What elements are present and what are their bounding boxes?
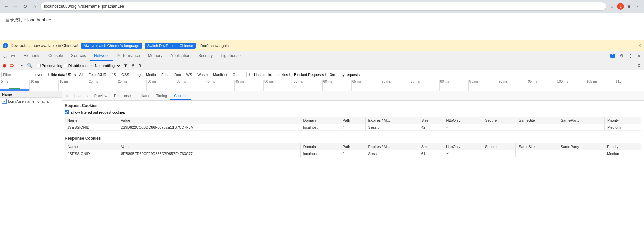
preserve-log-label[interactable]: Preserve log xyxy=(37,64,62,68)
home-button[interactable]: ⌂ xyxy=(31,3,38,10)
res-cookie-name: JSESSIONID xyxy=(65,150,118,157)
tab-performance[interactable]: Performance xyxy=(113,51,144,61)
devtools-close-button[interactable]: × xyxy=(635,52,643,60)
request-item[interactable]: ■ login?username=jonatha... xyxy=(0,98,62,105)
tab-network[interactable]: Network xyxy=(90,51,113,61)
tick-105ms: 105 ms xyxy=(586,80,615,91)
filter-fetch-xhr[interactable]: Fetch/XHR xyxy=(86,72,108,77)
filter-other[interactable]: Other xyxy=(231,72,244,77)
hide-data-urls-checkbox[interactable] xyxy=(45,73,49,76)
detail-tab-initiator[interactable]: Initiator xyxy=(134,92,153,100)
filter-manifest[interactable]: Manifest xyxy=(211,72,229,77)
filter-all[interactable]: All xyxy=(77,72,85,77)
tab-application[interactable]: Application xyxy=(166,51,194,61)
wifi-icon[interactable]: ⎘ xyxy=(130,63,136,69)
detail-tab-preview[interactable]: Preview xyxy=(91,92,111,100)
rcol-domain: Domain xyxy=(300,143,340,150)
separator-1 xyxy=(17,63,17,68)
tab-sources[interactable]: Sources xyxy=(67,51,90,61)
response-cookie-row[interactable]: JSESSIONID 8FB89BFD60CE29D885D7D857E4763… xyxy=(65,150,641,157)
filter-input[interactable] xyxy=(1,72,28,77)
filter-media[interactable]: Media xyxy=(144,72,158,77)
timeline-blue-marker xyxy=(220,80,220,91)
network-settings-icon[interactable]: ⚙ xyxy=(635,62,643,69)
third-party-requests-label[interactable]: 3rd-party requests xyxy=(325,73,360,77)
show-filtered-label: show filtered out request cookies xyxy=(71,110,125,114)
request-cookie-row[interactable]: JSESSIONID 229D622CC6BDC86F60702E11B7CD7… xyxy=(65,124,641,131)
tick-35ms: 35 ms xyxy=(176,80,205,91)
tab-security[interactable]: Security xyxy=(194,51,217,61)
devtools-settings-button[interactable]: ⚙ xyxy=(618,52,625,60)
tick-25ms: 25 ms xyxy=(117,80,146,91)
has-blocked-cookies-checkbox[interactable] xyxy=(249,73,253,76)
tab-lighthouse[interactable]: Lighthouse xyxy=(217,51,245,61)
network-toolbar: ⬤ ⛔ ▿ 🔍 Preserve log Disable cache No th… xyxy=(0,61,644,70)
request-doc-icon: ■ xyxy=(2,99,7,104)
throttle-down-icon[interactable]: ▼ xyxy=(122,63,129,69)
tab-elements[interactable]: Elements xyxy=(19,51,44,61)
response-cookies-section: Response Cookies Name Value Domain Path … xyxy=(65,136,641,157)
switch-chinese-button[interactable]: Switch DevTools to Chinese xyxy=(145,43,196,49)
show-filtered-row: show filtered out request cookies xyxy=(65,110,641,114)
detail-tab-headers[interactable]: Headers xyxy=(70,92,91,100)
throttle-select[interactable]: No throttling xyxy=(93,63,121,68)
filter-wasm[interactable]: Wasm xyxy=(195,72,210,77)
hide-data-urls-label[interactable]: Hide data URLs xyxy=(45,73,76,77)
info-close-button[interactable]: × xyxy=(638,43,641,49)
cookies-content: Request Cookies show filtered out reques… xyxy=(62,101,644,227)
inspect-icon[interactable]: ◡ xyxy=(1,52,9,60)
account-button[interactable]: 1 xyxy=(617,3,624,10)
blocked-requests-checkbox[interactable] xyxy=(289,73,293,76)
invert-checkbox[interactable] xyxy=(30,73,33,76)
chat-badge-button[interactable]: 2 xyxy=(609,52,616,60)
dont-show-again-button[interactable]: Don't show again xyxy=(198,43,231,49)
tab-memory[interactable]: Memory xyxy=(144,51,166,61)
filter-icon-button[interactable]: ▿ xyxy=(19,63,25,69)
res-cookie-priority: Medium xyxy=(604,150,641,157)
tick-45ms: 45 ms xyxy=(234,80,263,91)
address-bar[interactable]: localhost:8080/login?username=jonathanLe… xyxy=(40,2,606,11)
third-party-requests-checkbox[interactable] xyxy=(325,73,329,76)
star-button[interactable]: ☆ xyxy=(608,3,616,10)
tick-15ms: 15 ms xyxy=(58,80,88,91)
upload-icon[interactable]: ⇧ xyxy=(137,63,143,69)
req-cookie-name: JSESSIONID xyxy=(65,124,118,131)
filter-doc[interactable]: Doc xyxy=(172,72,183,77)
detail-tab-cookies[interactable]: Cookies xyxy=(170,92,191,100)
main-area: Name ■ login?username=jonatha... × Heade… xyxy=(0,91,644,227)
show-filtered-checkbox[interactable] xyxy=(65,110,69,114)
filter-img[interactable]: Img xyxy=(133,72,143,77)
tab-console[interactable]: Console xyxy=(44,51,67,61)
record-button[interactable]: ⬤ xyxy=(1,63,7,69)
blocked-requests-label[interactable]: Blocked Requests xyxy=(289,73,324,77)
filter-js[interactable]: JS xyxy=(110,72,118,77)
devtools-more-button[interactable]: ⋮ xyxy=(627,52,634,60)
rcol-httponly: HttpOnly xyxy=(443,143,482,150)
detail-tab-response[interactable]: Response xyxy=(111,92,134,100)
preserve-log-checkbox[interactable] xyxy=(37,64,41,67)
req-cookie-value: 229D622CC6BDC86F60702E11B7CD7F3A xyxy=(118,124,300,131)
filter-font[interactable]: Font xyxy=(159,72,171,77)
rcol-samesite: SameSite xyxy=(516,143,558,150)
info-message: DevTools is now available in Chinese! xyxy=(11,43,78,48)
filter-ws[interactable]: WS xyxy=(184,72,194,77)
device-toggle-icon[interactable]: ▭ xyxy=(9,52,17,60)
detail-tab-timing[interactable]: Timing xyxy=(153,92,171,100)
has-blocked-cookies-label[interactable]: Has blocked cookies xyxy=(249,73,288,77)
extensions-button[interactable]: ■ xyxy=(625,3,633,10)
invert-label[interactable]: Invert xyxy=(30,73,44,77)
clear-button[interactable]: ⛔ xyxy=(9,63,15,69)
detail-close-button[interactable]: × xyxy=(65,93,70,99)
match-language-button[interactable]: Always match Chrome's language xyxy=(81,43,142,49)
filter-css[interactable]: CSS xyxy=(119,72,131,77)
back-button[interactable]: ← xyxy=(3,3,10,10)
disable-cache-label[interactable]: Disable cache xyxy=(64,64,92,68)
download-icon[interactable]: ⇩ xyxy=(145,63,151,69)
timeline-progress-green xyxy=(9,88,20,89)
search-button[interactable]: 🔍 xyxy=(27,63,33,69)
forward-button[interactable]: → xyxy=(12,3,19,10)
right-panel: × Headers Preview Response Initiator Tim… xyxy=(62,91,644,227)
disable-cache-checkbox[interactable] xyxy=(64,64,67,67)
reload-button[interactable]: ↻ xyxy=(21,3,29,10)
settings-button[interactable]: ⋮ xyxy=(634,3,641,10)
